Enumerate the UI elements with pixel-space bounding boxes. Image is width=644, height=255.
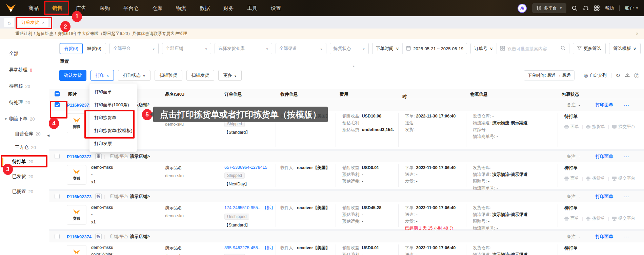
- sidebar-item[interactable]: 自营仓库20: [0, 127, 49, 141]
- confirm-ship-button[interactable]: 确认发货: [59, 70, 86, 81]
- print-menu-item[interactable]: 打印拣货单: [89, 111, 137, 124]
- print-menu-item[interactable]: 打印面单: [89, 86, 137, 98]
- time-type-select[interactable]: 下单时间 ∨: [373, 43, 403, 54]
- time-cell: 下单:2022-11-30 17:06:40送达:-发货:-: [405, 113, 468, 134]
- row-checkbox[interactable]: [55, 194, 60, 199]
- order-number-link[interactable]: P116k92371: [67, 103, 92, 108]
- sidebar-item[interactable]: 三方仓20: [0, 141, 49, 154]
- print-button[interactable]: 打印 ∧: [90, 70, 114, 81]
- print-face-sheet-action[interactable]: 面单: [564, 216, 579, 221]
- nav-item-6[interactable]: 仓库: [145, 0, 169, 16]
- sort-order-button[interactable]: 下单时间: 最近 → 最远: [524, 70, 575, 80]
- row-checkbox[interactable]: [55, 234, 60, 239]
- submit-platform-action[interactable]: 提交平台: [612, 124, 635, 130]
- warehouse-select[interactable]: 选择发货仓库∨: [215, 43, 272, 54]
- order-number-link[interactable]: P116k92373: [67, 194, 92, 199]
- row-more-actions[interactable]: ···: [624, 103, 629, 108]
- order-number-link[interactable]: P116k92372: [67, 154, 92, 159]
- tab-order-shipping[interactable]: 订单发货 ×: [18, 18, 48, 27]
- download-icon[interactable]: [625, 72, 630, 79]
- nav-item-9[interactable]: 财务: [217, 0, 240, 16]
- submit-platform-action[interactable]: 提交平台: [612, 216, 635, 221]
- platform-order-link[interactable]: 174-2465510-955...: [224, 205, 261, 210]
- order-search: 订单号 ∨: [470, 43, 569, 54]
- scan-check-button[interactable]: 扫描验货: [155, 70, 182, 81]
- refresh-icon[interactable]: ↻: [616, 72, 620, 79]
- print-pick-list-action[interactable]: 拣货单: [586, 124, 605, 130]
- close-icon[interactable]: ×: [636, 31, 639, 36]
- platform-select[interactable]: 全部平台∨: [109, 43, 159, 54]
- print-pick-list-action[interactable]: 拣货单: [586, 176, 605, 181]
- stock-tab[interactable]: 有货(0): [60, 43, 83, 54]
- platform-selector[interactable]: 多平台 ▼: [532, 3, 566, 13]
- fox-logo-icon[interactable]: [0, 4, 22, 13]
- nav-item-5[interactable]: 平台仓: [117, 0, 145, 16]
- platform-order-link[interactable]: 657-5336964-1278415: [224, 165, 267, 170]
- chevron-down-icon: ∨: [396, 46, 399, 51]
- search-icon[interactable]: [572, 5, 578, 11]
- logistics-cell: 发货仓库:-物流渠道:演示物流-演示渠道跟踪号:-物流商单号:-: [473, 165, 558, 192]
- nav-item-7[interactable]: 物流: [169, 0, 193, 16]
- print-menu-item[interactable]: 打印发票: [89, 137, 137, 150]
- more-filters-button[interactable]: 更多筛选: [573, 43, 606, 54]
- print-face-sheet-action[interactable]: 面单: [564, 176, 579, 181]
- scan-ship-button[interactable]: 扫描发货: [186, 70, 214, 81]
- more-actions-button[interactable]: 更多 ∨: [218, 70, 242, 81]
- sidebar-item[interactable]: 待审核20: [0, 78, 49, 94]
- home-icon[interactable]: ⌂: [4, 18, 14, 27]
- search-input[interactable]: [507, 46, 558, 51]
- sidebar-item[interactable]: 异常处理0: [0, 62, 49, 78]
- pick-status-select[interactable]: 拣货状态∨: [330, 43, 369, 54]
- row-more-actions[interactable]: ···: [624, 194, 629, 199]
- custom-columns-button[interactable]: ◎ 自定义列: [584, 73, 606, 78]
- help-icon[interactable]: ?: [634, 73, 639, 78]
- print-face-sheet-action[interactable]: 面单: [564, 124, 579, 130]
- row-more-actions[interactable]: ···: [624, 154, 629, 159]
- print-status-button[interactable]: 打印状态 ∨: [118, 70, 150, 81]
- sidebar-item[interactable]: 待处理20: [0, 94, 49, 111]
- filter-template-button[interactable]: 筛选模板 ∨: [609, 43, 641, 54]
- row-checkbox[interactable]: [55, 102, 60, 107]
- product-image-brand: 赛狐: [73, 124, 80, 129]
- sidebar-item[interactable]: 全部: [0, 45, 49, 62]
- sidebar-collapse-handle[interactable]: ◀: [47, 134, 49, 137]
- channel-select[interactable]: 全部渠道∨: [276, 43, 326, 54]
- nav-item-11[interactable]: 设置: [264, 0, 288, 16]
- date-range-picker[interactable]: 2025-05-21 ~ 2025-06-19: [403, 43, 467, 54]
- print-menu-item[interactable]: 打印拣货单(按模板): [89, 124, 137, 137]
- print-label-link[interactable]: 打印面单: [596, 153, 613, 160]
- help-icon[interactable]: ?: [402, 94, 407, 98]
- nav-item-1[interactable]: 商品: [22, 0, 45, 16]
- apps-grid-icon[interactable]: [594, 5, 600, 11]
- select-all-checkbox[interactable]: [55, 91, 60, 96]
- close-icon[interactable]: ×: [42, 20, 45, 25]
- headset-icon[interactable]: [583, 5, 589, 11]
- ai-assistant-icon[interactable]: AI: [518, 4, 527, 13]
- print-label-link[interactable]: 打印面单: [596, 102, 613, 108]
- help-link[interactable]: 帮助: [605, 5, 614, 11]
- row-more-actions[interactable]: ···: [624, 234, 629, 239]
- row-checkbox[interactable]: [55, 154, 60, 159]
- print-menu-item[interactable]: 打印面单(1000条): [89, 98, 137, 111]
- stock-tab[interactable]: 缺货(0): [83, 43, 106, 54]
- submit-platform-action[interactable]: 提交平台: [612, 176, 635, 181]
- batch-grid-icon: [500, 46, 505, 52]
- nav-item-10[interactable]: 工具: [240, 0, 264, 16]
- order-number-link[interactable]: P116k92374: [67, 234, 92, 239]
- search-type-select[interactable]: 订单号 ∨: [471, 43, 497, 54]
- account-menu[interactable]: 账户 ▼: [625, 5, 639, 11]
- search-icon[interactable]: [561, 45, 566, 52]
- sidebar-item[interactable]: 已搁置20: [0, 184, 49, 199]
- nav-item-8[interactable]: 数据: [193, 0, 217, 16]
- chevron-down-icon: ∨: [633, 46, 637, 51]
- nav-item-4[interactable]: 采购: [93, 0, 117, 16]
- platform-order-link[interactable]: 895-9462275-455...: [224, 245, 261, 250]
- reset-button[interactable]: 重置: [60, 58, 69, 65]
- print-label-link[interactable]: 打印面单: [596, 194, 613, 200]
- nav-item-2[interactable]: 销售: [45, 0, 69, 16]
- print-pick-list-action[interactable]: 拣货单: [586, 216, 605, 221]
- collapse-filters-icon[interactable]: ▲: [352, 65, 355, 68]
- sidebar-item[interactable]: ▼物流下单20: [0, 111, 49, 127]
- print-label-link[interactable]: 打印面单: [596, 234, 613, 240]
- store-select[interactable]: 全部店铺∨: [162, 43, 211, 54]
